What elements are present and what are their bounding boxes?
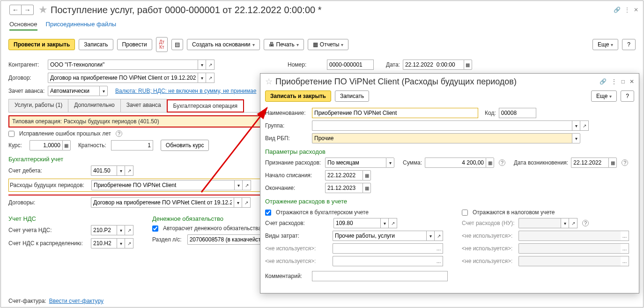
open-icon[interactable]: ↗ (206, 73, 215, 83)
sub-close-icon[interactable]: ✕ (629, 78, 634, 85)
calc-icon[interactable]: ▦ (486, 158, 494, 168)
open-icon[interactable]: ↗ (125, 165, 133, 176)
number-input[interactable] (327, 60, 374, 70)
open-icon[interactable]: ↗ (206, 60, 215, 70)
calendar-icon[interactable]: ▦ (363, 183, 371, 193)
open-icon[interactable]: ↗ (242, 197, 251, 208)
tab-services[interactable]: Услуги, работы (1) (8, 99, 68, 112)
dt-kt-icon[interactable]: ДтКт (156, 37, 168, 52)
tab-accounting[interactable]: Бухгалтерская операция (167, 99, 244, 113)
dropdown-icon[interactable]: ▾ (386, 158, 394, 168)
end-input[interactable] (325, 183, 363, 193)
help-icon[interactable]: ? (582, 220, 589, 226)
dropdown-icon[interactable]: ▾ (426, 231, 435, 241)
open-icon[interactable]: ↗ (243, 180, 251, 190)
open-icon[interactable]: ↗ (569, 218, 577, 228)
open-icon[interactable]: … (435, 256, 443, 266)
rbp-input[interactable] (91, 180, 234, 190)
help-icon[interactable]: ? (622, 159, 628, 166)
tab-additional[interactable]: Дополнительно (68, 99, 120, 112)
refl-nu-checkbox[interactable] (462, 210, 468, 216)
nav-back-button[interactable]: ← (9, 5, 22, 15)
group-input[interactable] (312, 120, 572, 131)
help-button[interactable]: ? (622, 39, 636, 50)
dropdown-icon[interactable]: ▾ (198, 60, 206, 70)
open-icon[interactable]: ↗ (125, 225, 133, 235)
sub-write-button[interactable]: Записать (335, 90, 369, 102)
open-icon[interactable]: ↗ (125, 238, 133, 248)
dropdown-icon[interactable]: ▾ (117, 238, 125, 248)
dropdown-icon[interactable]: ▾ (234, 197, 242, 208)
dropdown-icon[interactable]: ▾ (572, 133, 580, 143)
mult-input[interactable] (111, 140, 153, 150)
favorite-star-icon[interactable]: ★ (38, 4, 48, 16)
comment-input[interactable] (312, 271, 448, 281)
help-icon[interactable]: ? (499, 159, 505, 166)
auto-money-checkbox[interactable] (152, 225, 158, 232)
calendar-icon[interactable]: ▦ (608, 158, 617, 168)
doc-icon[interactable]: ▤ (171, 39, 183, 50)
recog-input[interactable] (325, 158, 386, 168)
sub-save-close-button[interactable]: Записать и закрыть (265, 90, 331, 102)
calendar-icon[interactable]: ▦ (464, 60, 472, 70)
sub-star-icon[interactable]: ☆ (265, 76, 273, 87)
not-used-input[interactable] (333, 256, 435, 266)
post-button[interactable]: Провести (117, 39, 152, 50)
vat-acc-input[interactable] (91, 225, 117, 235)
print-button[interactable]: 🖶 Печать (264, 39, 304, 50)
link-icon[interactable]: 🔗 (614, 7, 621, 13)
date-input[interactable] (403, 60, 464, 70)
counterparty-input[interactable] (48, 60, 198, 70)
create-based-button[interactable]: Создать на основании (187, 39, 260, 50)
calendar-icon[interactable]: ▦ (363, 170, 371, 180)
dropdown-icon[interactable]: ▾ (561, 218, 569, 228)
write-button[interactable]: Записать (79, 39, 113, 50)
sub-maximize-icon[interactable]: □ (622, 78, 625, 85)
dropdown-icon[interactable]: ▾ (380, 218, 389, 228)
code-input[interactable] (499, 108, 536, 118)
dropdown-icon[interactable]: ▾ (572, 120, 580, 131)
dropdown-icon[interactable]: ▾ (99, 86, 108, 96)
contract-input[interactable] (48, 73, 198, 83)
nav-forward-button[interactable]: → (22, 5, 34, 15)
exp-acc-input[interactable] (333, 218, 380, 228)
not-used-input[interactable] (333, 243, 435, 254)
start-input[interactable] (325, 170, 363, 180)
dropdown-icon[interactable]: ▾ (117, 225, 125, 235)
section-files[interactable]: Присоединенные файлы (46, 21, 117, 30)
help-icon[interactable]: ? (116, 130, 122, 137)
open-icon[interactable]: … (435, 243, 443, 254)
type-input[interactable] (312, 133, 572, 143)
name-input[interactable] (312, 108, 478, 118)
rate-input[interactable] (30, 140, 62, 150)
reports-button[interactable]: ▦ Отчеты (308, 39, 348, 50)
open-icon[interactable]: ↗ (389, 218, 397, 228)
section-input[interactable] (187, 234, 267, 245)
sum-input[interactable] (425, 158, 486, 168)
refresh-rate-button[interactable]: Обновить курс (161, 140, 209, 151)
open-icon[interactable]: ↗ (435, 231, 443, 241)
sub-help-button[interactable]: ? (621, 90, 634, 102)
currency-link[interactable]: Валюта: RUB; НДС: не включен в сумму, не… (115, 88, 256, 94)
advance-input[interactable] (48, 86, 99, 96)
occur-input[interactable] (571, 158, 608, 168)
refl-bu-checkbox[interactable] (265, 210, 271, 216)
more-button[interactable]: Еще (592, 39, 618, 50)
open-icon[interactable]: … (621, 231, 629, 241)
open-icon[interactable]: … (621, 256, 629, 266)
fix-errors-checkbox[interactable] (8, 131, 15, 137)
debit-input[interactable] (91, 165, 117, 176)
open-icon[interactable]: ↗ (580, 120, 589, 131)
calc-icon[interactable]: ▦ (62, 140, 71, 150)
open-icon[interactable]: … (621, 243, 629, 254)
sub-link-icon[interactable]: 🔗 (600, 78, 607, 85)
section-main[interactable]: Основное (9, 21, 37, 30)
vat-dist-input[interactable] (91, 238, 117, 248)
dropdown-icon[interactable]: ▾ (117, 165, 125, 176)
close-icon[interactable]: ✕ (634, 7, 638, 13)
contracts-input[interactable] (91, 197, 234, 208)
dropdown-icon[interactable]: ▾ (198, 73, 206, 83)
tab-advance[interactable]: Зачет аванса (120, 99, 167, 112)
cost-types-input[interactable] (333, 231, 426, 241)
sub-more-button[interactable]: Еще (591, 90, 617, 102)
